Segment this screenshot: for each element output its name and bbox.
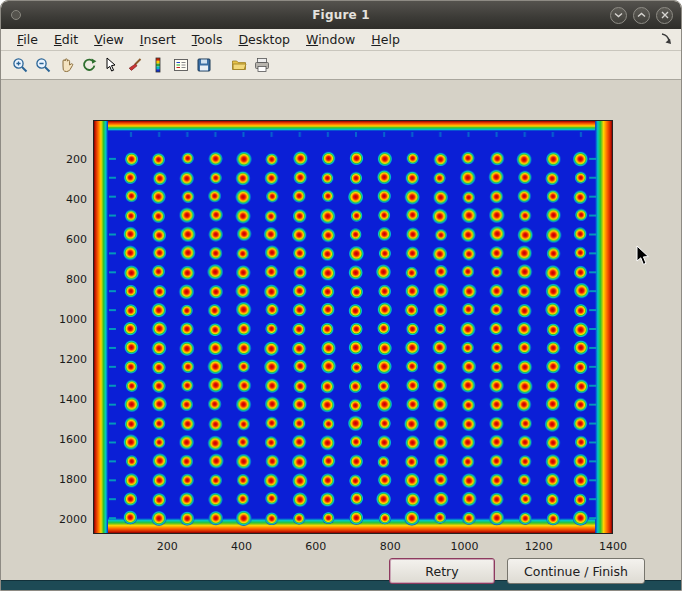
y-tick-label: 1200 [45,353,87,366]
y-tick-label: 1600 [45,433,87,446]
y-tick-label: 1400 [45,393,87,406]
menu-item-help[interactable]: Help [363,30,408,49]
y-tick-label: 600 [45,233,87,246]
maximize-button[interactable] [633,7,650,24]
x-tick-label: 1000 [446,540,482,553]
titlebar[interactable]: Figure 1 [1,1,681,29]
x-tick-label: 1400 [595,540,631,553]
y-tick-label: 400 [45,193,87,206]
window-controls [610,7,673,24]
figure-toolbar [1,51,681,80]
figure-window: Figure 1 FileEditViewInsertToolsDesktopW… [0,0,682,591]
y-tick-label: 800 [45,273,87,286]
menu-item-insert[interactable]: Insert [132,30,184,49]
menubar: FileEditViewInsertToolsDesktopWindowHelp [1,29,681,51]
y-tick-label: 2000 [45,513,87,526]
menu-item-view[interactable]: View [86,30,132,49]
dock-figure-icon[interactable] [659,32,673,49]
heatmap-axes-image[interactable] [93,120,613,534]
save-icon[interactable] [193,54,215,76]
x-tick-label: 800 [372,540,408,553]
mouse-cursor-icon [636,245,651,270]
print-icon[interactable] [251,54,273,76]
close-button[interactable] [656,7,673,24]
zoom-in-icon[interactable] [9,54,31,76]
continue-button[interactable]: Continue / Finish [507,558,645,584]
x-tick-label: 400 [224,540,260,553]
data-cursor-icon[interactable] [101,54,123,76]
colorbar-icon[interactable] [147,54,169,76]
window-title: Figure 1 [1,8,681,22]
menu-item-tools[interactable]: Tools [184,30,231,49]
menu-item-file[interactable]: File [9,30,46,49]
y-tick-label: 200 [45,153,87,166]
y-tick-label: 1800 [45,473,87,486]
figure-canvas-area: Retry Continue / Finish 2004006008001000… [1,80,681,580]
open-icon[interactable] [228,54,250,76]
x-tick-label: 600 [298,540,334,553]
retry-button[interactable]: Retry [389,558,495,584]
y-tick-label: 1000 [45,313,87,326]
menu-item-desktop[interactable]: Desktop [230,30,298,49]
rotate-3d-icon[interactable] [78,54,100,76]
pan-icon[interactable] [55,54,77,76]
minimize-button[interactable] [610,7,627,24]
x-tick-label: 1200 [521,540,557,553]
menu-item-window[interactable]: Window [298,30,363,49]
x-tick-label: 200 [149,540,185,553]
zoom-out-icon[interactable] [32,54,54,76]
brush-icon[interactable] [124,54,146,76]
menu-item-edit[interactable]: Edit [46,30,86,49]
legend-icon[interactable] [170,54,192,76]
